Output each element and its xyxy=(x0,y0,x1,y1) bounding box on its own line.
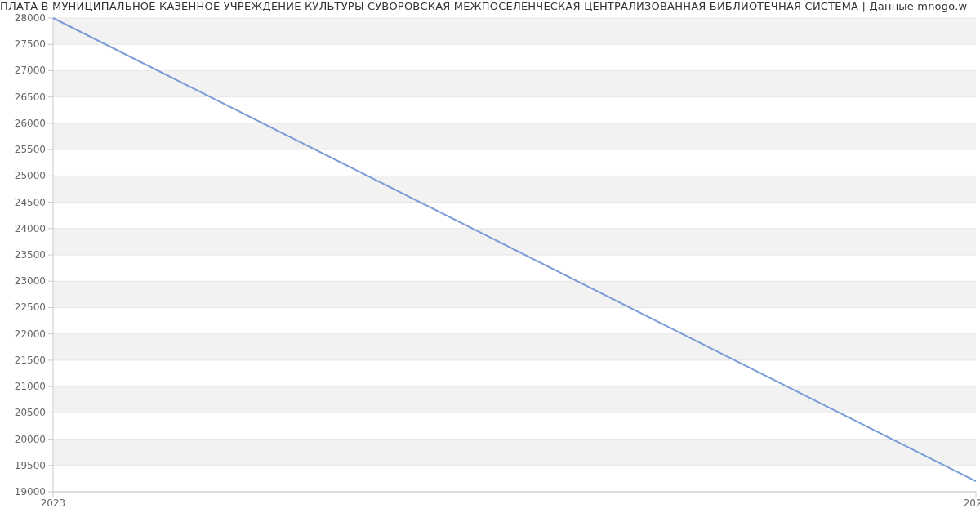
y-tick-label: 23500 xyxy=(15,249,46,261)
chart-container: ПЛАТА В МУНИЦИПАЛЬНОЕ КАЗЕННОЕ УЧРЕЖДЕНИ… xyxy=(0,0,980,531)
grid-band xyxy=(53,176,976,202)
y-tick-label: 20500 xyxy=(15,407,46,418)
grid-band xyxy=(53,70,976,96)
grid-band xyxy=(53,386,976,413)
grid-band xyxy=(53,334,976,360)
y-tick-label: 23000 xyxy=(15,275,46,287)
y-tick-label: 26000 xyxy=(15,118,46,129)
grid-band xyxy=(53,281,976,307)
grid-band xyxy=(53,440,976,466)
y-tick-label: 24000 xyxy=(15,223,46,234)
grid-band xyxy=(53,18,976,44)
y-tick-label: 26500 xyxy=(15,91,46,103)
y-tick-label: 25500 xyxy=(15,144,46,155)
grid-band xyxy=(53,229,976,255)
y-tick-label: 21500 xyxy=(15,355,46,366)
y-tick-label: 27500 xyxy=(15,38,46,50)
y-tick-label: 19000 xyxy=(15,486,46,498)
chart-svg: 1900019500200002050021000215002200022500… xyxy=(0,0,980,531)
y-tick-label: 21000 xyxy=(15,381,46,392)
y-tick-label: 22500 xyxy=(15,301,46,313)
y-tick-label: 27000 xyxy=(15,65,46,76)
y-tick-label: 25000 xyxy=(15,170,46,181)
y-tick-label: 28000 xyxy=(15,12,46,24)
y-tick-label: 24500 xyxy=(15,197,46,208)
y-tick-label: 19500 xyxy=(15,460,46,471)
x-tick-label: 2023 xyxy=(41,498,66,509)
grid-band xyxy=(53,123,976,149)
y-tick-label: 22000 xyxy=(15,328,46,340)
y-tick-label: 20000 xyxy=(15,434,46,445)
x-tick-label: 2024 xyxy=(964,498,980,509)
